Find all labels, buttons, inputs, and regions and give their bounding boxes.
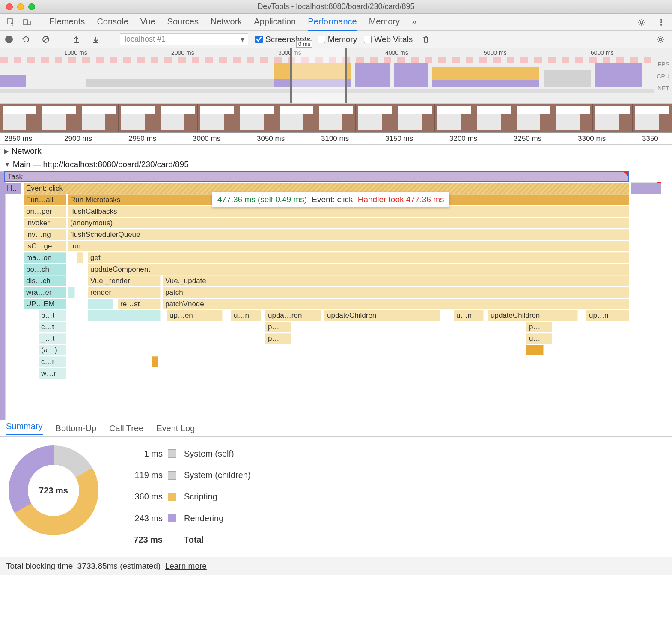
screenshot-thumb[interactable] [633, 104, 672, 132]
flame-entry[interactable] [88, 310, 161, 321]
flame-entry[interactable]: dis…ch [24, 275, 66, 286]
flame-entry[interactable]: (a…) [39, 345, 66, 355]
inspect-icon[interactable] [4, 16, 17, 29]
detail-ruler[interactable]: 2850 ms 2900 ms 2950 ms 3000 ms 3050 ms … [0, 133, 672, 145]
flame-entry[interactable]: updateComponent [88, 264, 629, 275]
flame-entry[interactable]: render [88, 287, 161, 298]
flame-entry[interactable]: b…t [39, 310, 66, 321]
overview-selection[interactable]: 0 ms [290, 48, 347, 103]
tab-elements[interactable]: Elements [49, 13, 85, 31]
screenshot-strip[interactable] [0, 104, 672, 133]
flame-entry[interactable] [77, 252, 83, 263]
flame-entry[interactable]: c…t [39, 322, 66, 332]
flame-entry[interactable]: (anonymous) [68, 218, 629, 228]
flame-entry[interactable]: Vue._render [88, 275, 161, 286]
flame-entry[interactable]: u… [526, 333, 552, 344]
flame-entry[interactable] [631, 183, 661, 194]
flame-entry[interactable]: bo…ch [24, 264, 66, 275]
memory-checkbox[interactable]: Memory [318, 35, 357, 44]
flame-entry[interactable]: run [68, 241, 629, 251]
flame-entry[interactable]: invoker [24, 218, 66, 228]
flame-entry[interactable]: ma…on [24, 252, 66, 263]
kebab-menu-icon[interactable] [655, 16, 668, 29]
tab-summary[interactable]: Summary [6, 421, 43, 435]
tab-console[interactable]: Console [97, 13, 128, 31]
screenshot-thumb[interactable] [593, 104, 632, 132]
download-icon[interactable] [89, 33, 102, 46]
main-track-header[interactable]: ▼ Main — http://localhost:8080/board/230… [0, 158, 672, 171]
clear-icon[interactable] [39, 33, 52, 46]
flame-entry[interactable]: patch [163, 287, 629, 298]
screenshot-thumb[interactable] [198, 104, 237, 132]
flame-entry[interactable]: flushSchedulerQueue [68, 229, 629, 240]
flame-entry[interactable]: p… [526, 322, 552, 332]
flame-entry[interactable]: wra…er [24, 287, 66, 298]
tab-call-tree[interactable]: Call Tree [109, 424, 143, 433]
flame-entry[interactable] [526, 345, 544, 355]
tab-memory[interactable]: Memory [369, 13, 400, 31]
screenshot-thumb[interactable] [119, 104, 158, 132]
flame-entry[interactable]: ori…per [24, 206, 66, 217]
flame-entry[interactable]: _…t [39, 333, 66, 344]
flame-entry[interactable] [152, 356, 158, 367]
flame-entry[interactable]: c…r [39, 356, 66, 367]
screenshot-thumb[interactable] [553, 104, 593, 132]
flame-entry[interactable]: p… [265, 333, 291, 344]
tab-network[interactable]: Network [211, 13, 242, 31]
flame-chart[interactable]: Task Task H… Event: click Fun…all Run Mi… [0, 171, 672, 420]
tab-sources[interactable]: Sources [167, 13, 199, 31]
flame-task[interactable]: Task [4, 171, 629, 182]
flame-entry[interactable]: patchVnode [163, 299, 629, 309]
flame-entry[interactable]: H… [4, 183, 21, 194]
flame-entry[interactable]: up…n [586, 310, 629, 321]
settings-icon[interactable] [635, 16, 648, 29]
flame-entry[interactable]: updateChildren [324, 310, 440, 321]
tab-event-log[interactable]: Event Log [156, 424, 195, 433]
flame-entry[interactable]: Vue._update [163, 275, 629, 286]
screenshot-thumb[interactable] [316, 104, 356, 132]
tab-bottom-up[interactable]: Bottom-Up [56, 424, 97, 433]
tab-more[interactable]: » [412, 13, 416, 31]
target-select[interactable]: localhost #1 [120, 33, 248, 45]
flame-entry[interactable]: re…st [118, 299, 161, 309]
screenshots-checkbox-input[interactable] [255, 36, 263, 43]
flame-entry[interactable]: p… [265, 322, 291, 332]
tab-vue[interactable]: Vue [140, 13, 155, 31]
screenshot-thumb[interactable] [237, 104, 277, 132]
screenshot-thumb[interactable] [395, 104, 435, 132]
flame-entry[interactable]: updateChildren [488, 310, 578, 321]
screenshot-thumb[interactable] [0, 104, 39, 132]
screenshot-thumb[interactable] [158, 104, 197, 132]
flame-entry[interactable] [68, 287, 75, 298]
record-button[interactable] [5, 36, 13, 43]
tab-application[interactable]: Application [254, 13, 296, 31]
screenshot-thumb[interactable] [514, 104, 553, 132]
device-toggle-icon[interactable] [21, 16, 33, 29]
flame-entry[interactable]: u…n [454, 310, 484, 321]
screenshot-thumb[interactable] [39, 104, 79, 132]
timeline-overview[interactable]: 1000 ms 2000 ms 3000 ms 4000 ms 5000 ms … [0, 48, 672, 104]
flame-entry[interactable]: Fun…all [24, 194, 66, 205]
memory-checkbox-input[interactable] [318, 36, 325, 43]
reload-icon[interactable] [20, 33, 33, 46]
webvitals-checkbox-input[interactable] [364, 36, 372, 43]
flame-entry[interactable]: UP…EM [24, 299, 66, 309]
upload-icon[interactable] [70, 33, 83, 46]
flame-entry[interactable]: up…en [167, 310, 223, 321]
tab-performance[interactable]: Performance [308, 13, 357, 31]
flame-entry[interactable]: flushCallbacks [68, 206, 629, 217]
trash-icon[interactable] [419, 33, 432, 46]
webvitals-checkbox[interactable]: Web Vitals [364, 35, 413, 44]
network-track-header[interactable]: ▶ Network [0, 145, 672, 158]
learn-more-link[interactable]: Learn more [165, 561, 207, 570]
screenshot-thumb[interactable] [356, 104, 395, 132]
flame-entry[interactable]: u…n [231, 310, 261, 321]
panel-settings-icon[interactable] [654, 33, 667, 46]
screenshot-thumb[interactable] [435, 104, 474, 132]
screenshot-thumb[interactable] [277, 104, 316, 132]
flame-entry[interactable]: inv…ng [24, 229, 66, 240]
flame-entry[interactable] [88, 299, 113, 309]
flame-entry[interactable]: upda…ren [265, 310, 321, 321]
flame-entry[interactable]: w…r [39, 368, 66, 379]
flame-entry[interactable]: isC…ge [24, 241, 66, 251]
